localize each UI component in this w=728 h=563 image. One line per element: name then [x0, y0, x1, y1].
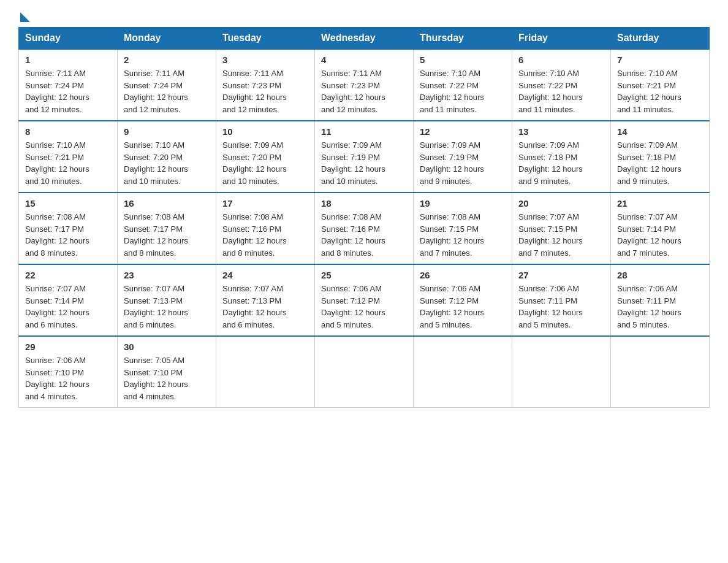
calendar-cell: 19 Sunrise: 7:08 AMSunset: 7:15 PMDaylig…	[414, 193, 512, 264]
day-info: Sunrise: 7:10 AMSunset: 7:22 PMDaylight:…	[518, 69, 583, 114]
day-info: Sunrise: 7:11 AMSunset: 7:24 PMDaylight:…	[25, 69, 89, 114]
calendar-cell: 25 Sunrise: 7:06 AMSunset: 7:12 PMDaylig…	[315, 264, 414, 336]
calendar-cell: 27 Sunrise: 7:06 AMSunset: 7:11 PMDaylig…	[512, 264, 611, 336]
day-info: Sunrise: 7:06 AMSunset: 7:11 PMDaylight:…	[518, 284, 583, 329]
calendar-cell: 14 Sunrise: 7:09 AMSunset: 7:18 PMDaylig…	[611, 121, 710, 193]
day-info: Sunrise: 7:08 AMSunset: 7:17 PMDaylight:…	[124, 212, 188, 258]
day-number: 5	[420, 55, 506, 65]
calendar-cell: 7 Sunrise: 7:10 AMSunset: 7:21 PMDayligh…	[611, 49, 710, 121]
header-monday: Monday	[118, 28, 216, 50]
day-info: Sunrise: 7:06 AMSunset: 7:11 PMDaylight:…	[617, 284, 681, 329]
day-number: 29	[25, 342, 111, 352]
calendar-cell: 20 Sunrise: 7:07 AMSunset: 7:15 PMDaylig…	[512, 193, 611, 264]
calendar-cell: 9 Sunrise: 7:10 AMSunset: 7:20 PMDayligh…	[118, 121, 216, 193]
day-number: 3	[222, 55, 308, 65]
calendar-cell: 26 Sunrise: 7:06 AMSunset: 7:12 PMDaylig…	[414, 264, 512, 336]
calendar-cell: 23 Sunrise: 7:07 AMSunset: 7:13 PMDaylig…	[118, 264, 216, 336]
calendar-cell	[611, 336, 710, 408]
day-info: Sunrise: 7:06 AMSunset: 7:10 PMDaylight:…	[25, 356, 89, 401]
day-info: Sunrise: 7:10 AMSunset: 7:22 PMDaylight:…	[420, 69, 484, 114]
day-number: 26	[420, 270, 506, 280]
day-info: Sunrise: 7:11 AMSunset: 7:24 PMDaylight:…	[124, 69, 188, 114]
calendar-cell: 5 Sunrise: 7:10 AMSunset: 7:22 PMDayligh…	[414, 49, 512, 121]
day-info: Sunrise: 7:07 AMSunset: 7:13 PMDaylight:…	[222, 284, 287, 329]
day-info: Sunrise: 7:08 AMSunset: 7:15 PMDaylight:…	[420, 212, 484, 258]
logo	[18, 12, 30, 21]
day-info: Sunrise: 7:10 AMSunset: 7:21 PMDaylight:…	[617, 69, 681, 114]
day-info: Sunrise: 7:06 AMSunset: 7:12 PMDaylight:…	[321, 284, 385, 329]
day-info: Sunrise: 7:05 AMSunset: 7:10 PMDaylight:…	[124, 356, 188, 401]
day-number: 11	[321, 126, 407, 137]
day-number: 17	[222, 198, 308, 209]
calendar-header-row: Sunday Monday Tuesday Wednesday Thursday…	[19, 28, 710, 50]
day-info: Sunrise: 7:09 AMSunset: 7:19 PMDaylight:…	[420, 140, 484, 186]
calendar-cell: 1 Sunrise: 7:11 AMSunset: 7:24 PMDayligh…	[19, 49, 118, 121]
calendar-cell: 17 Sunrise: 7:08 AMSunset: 7:16 PMDaylig…	[216, 193, 315, 264]
header-thursday: Thursday	[414, 28, 512, 50]
calendar-cell: 2 Sunrise: 7:11 AMSunset: 7:24 PMDayligh…	[118, 49, 216, 121]
day-number: 30	[124, 342, 210, 352]
calendar-cell: 28 Sunrise: 7:06 AMSunset: 7:11 PMDaylig…	[611, 264, 710, 336]
week-row-4: 22 Sunrise: 7:07 AMSunset: 7:14 PMDaylig…	[19, 264, 710, 336]
day-number: 16	[124, 198, 210, 209]
calendar-cell: 3 Sunrise: 7:11 AMSunset: 7:23 PMDayligh…	[216, 49, 315, 121]
header-tuesday: Tuesday	[216, 28, 315, 50]
week-row-3: 15 Sunrise: 7:08 AMSunset: 7:17 PMDaylig…	[19, 193, 710, 264]
day-info: Sunrise: 7:11 AMSunset: 7:23 PMDaylight:…	[222, 69, 287, 114]
day-info: Sunrise: 7:08 AMSunset: 7:16 PMDaylight:…	[321, 212, 385, 258]
day-info: Sunrise: 7:08 AMSunset: 7:16 PMDaylight:…	[222, 212, 287, 258]
day-number: 15	[25, 198, 111, 209]
calendar-cell: 21 Sunrise: 7:07 AMSunset: 7:14 PMDaylig…	[611, 193, 710, 264]
day-number: 18	[321, 198, 407, 209]
calendar-cell: 24 Sunrise: 7:07 AMSunset: 7:13 PMDaylig…	[216, 264, 315, 336]
day-number: 25	[321, 270, 407, 280]
day-info: Sunrise: 7:07 AMSunset: 7:14 PMDaylight:…	[617, 212, 681, 258]
calendar-cell: 12 Sunrise: 7:09 AMSunset: 7:19 PMDaylig…	[414, 121, 512, 193]
calendar-cell: 15 Sunrise: 7:08 AMSunset: 7:17 PMDaylig…	[19, 193, 118, 264]
day-info: Sunrise: 7:09 AMSunset: 7:20 PMDaylight:…	[222, 140, 287, 186]
day-number: 22	[25, 270, 111, 280]
day-number: 10	[222, 126, 308, 137]
day-number: 8	[25, 126, 111, 137]
header-sunday: Sunday	[19, 28, 118, 50]
calendar-cell: 6 Sunrise: 7:10 AMSunset: 7:22 PMDayligh…	[512, 49, 611, 121]
day-number: 2	[124, 55, 210, 65]
week-row-5: 29 Sunrise: 7:06 AMSunset: 7:10 PMDaylig…	[19, 336, 710, 408]
calendar-cell: 18 Sunrise: 7:08 AMSunset: 7:16 PMDaylig…	[315, 193, 414, 264]
day-number: 1	[25, 55, 111, 65]
week-row-1: 1 Sunrise: 7:11 AMSunset: 7:24 PMDayligh…	[19, 49, 710, 121]
day-info: Sunrise: 7:10 AMSunset: 7:21 PMDaylight:…	[25, 140, 89, 186]
day-info: Sunrise: 7:07 AMSunset: 7:14 PMDaylight:…	[25, 284, 89, 329]
calendar-cell	[216, 336, 315, 408]
day-number: 21	[617, 198, 703, 209]
header-saturday: Saturday	[611, 28, 710, 50]
week-row-2: 8 Sunrise: 7:10 AMSunset: 7:21 PMDayligh…	[19, 121, 710, 193]
day-number: 28	[617, 270, 703, 280]
page-header	[18, 12, 710, 21]
day-number: 13	[518, 126, 604, 137]
day-info: Sunrise: 7:09 AMSunset: 7:19 PMDaylight:…	[321, 140, 385, 186]
day-number: 12	[420, 126, 506, 137]
calendar-cell: 16 Sunrise: 7:08 AMSunset: 7:17 PMDaylig…	[118, 193, 216, 264]
calendar-cell	[414, 336, 512, 408]
calendar-cell: 4 Sunrise: 7:11 AMSunset: 7:23 PMDayligh…	[315, 49, 414, 121]
day-info: Sunrise: 7:09 AMSunset: 7:18 PMDaylight:…	[518, 140, 583, 186]
day-number: 7	[617, 55, 703, 65]
day-number: 23	[124, 270, 210, 280]
calendar-cell: 10 Sunrise: 7:09 AMSunset: 7:20 PMDaylig…	[216, 121, 315, 193]
calendar-cell	[315, 336, 414, 408]
day-info: Sunrise: 7:09 AMSunset: 7:18 PMDaylight:…	[617, 140, 681, 186]
calendar-cell: 29 Sunrise: 7:06 AMSunset: 7:10 PMDaylig…	[19, 336, 118, 408]
day-info: Sunrise: 7:10 AMSunset: 7:20 PMDaylight:…	[124, 140, 188, 186]
calendar-table: Sunday Monday Tuesday Wednesday Thursday…	[18, 27, 710, 408]
logo-triangle-icon	[20, 12, 30, 22]
header-wednesday: Wednesday	[315, 28, 414, 50]
day-info: Sunrise: 7:07 AMSunset: 7:15 PMDaylight:…	[518, 212, 583, 258]
day-number: 19	[420, 198, 506, 209]
calendar-cell: 22 Sunrise: 7:07 AMSunset: 7:14 PMDaylig…	[19, 264, 118, 336]
header-friday: Friday	[512, 28, 611, 50]
day-info: Sunrise: 7:06 AMSunset: 7:12 PMDaylight:…	[420, 284, 484, 329]
calendar-cell: 11 Sunrise: 7:09 AMSunset: 7:19 PMDaylig…	[315, 121, 414, 193]
calendar-cell: 30 Sunrise: 7:05 AMSunset: 7:10 PMDaylig…	[118, 336, 216, 408]
day-info: Sunrise: 7:08 AMSunset: 7:17 PMDaylight:…	[25, 212, 89, 258]
